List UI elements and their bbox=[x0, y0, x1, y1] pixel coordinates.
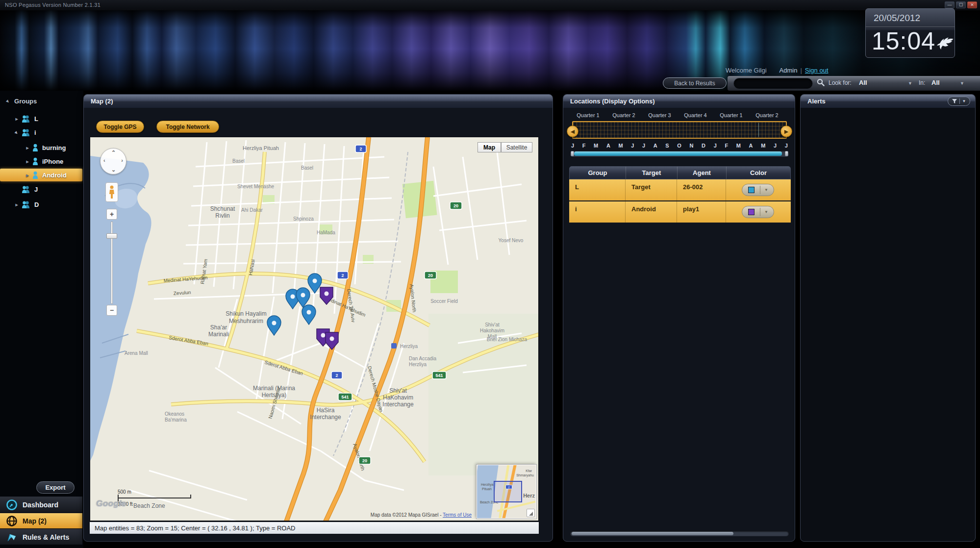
toggle-gps-button[interactable]: Toggle GPS bbox=[96, 121, 144, 133]
sidebar-item-burning[interactable]: ▸ burning bbox=[0, 141, 82, 154]
tree-expanded-icon[interactable]: ▸ bbox=[13, 128, 21, 136]
sidebar-item-android[interactable]: ▸ Android bbox=[0, 169, 82, 181]
tree-collapsed-icon[interactable]: ▸ bbox=[25, 145, 30, 150]
column-header-group[interactable]: Group bbox=[570, 167, 626, 179]
close-button[interactable]: ✕ bbox=[967, 1, 977, 8]
nav-map[interactable]: Map (2) bbox=[0, 513, 82, 528]
sidebar-item-J[interactable]: J bbox=[0, 183, 82, 196]
map-label-herzliya-station: Herzliya bbox=[400, 344, 418, 349]
map-label-shevet-menashe: Shevet Menashe bbox=[237, 184, 274, 189]
map-label-bnei-zion: Bnei Zion Michaza bbox=[487, 337, 528, 342]
scrollbar-thumb[interactable] bbox=[572, 532, 733, 535]
map-type-satellite-button[interactable]: Satellite bbox=[501, 142, 532, 152]
zoom-slider-handle[interactable] bbox=[106, 233, 117, 239]
nav-dashboard[interactable]: Dashboard bbox=[0, 497, 82, 512]
admin-link[interactable]: Admin bbox=[779, 67, 798, 74]
color-swatch[interactable] bbox=[748, 187, 754, 193]
scale-meters: 500 m bbox=[118, 489, 191, 495]
in-caret-icon[interactable]: ▼ bbox=[960, 81, 964, 86]
groups-root[interactable]: ▸ Groups bbox=[7, 98, 37, 105]
sidebar-item-iphone[interactable]: ▸ iPhone bbox=[0, 155, 82, 168]
quarter-label: Quarter 4 bbox=[678, 112, 713, 118]
table-row[interactable]: i Android play1 ▼ bbox=[569, 201, 791, 224]
minimap-viewport-rect[interactable] bbox=[494, 481, 522, 502]
back-to-results-button[interactable]: Back to Results bbox=[663, 77, 727, 89]
column-header-agent[interactable]: Agent bbox=[678, 167, 727, 179]
color-picker-control[interactable]: ▼ bbox=[742, 184, 774, 196]
column-header-target[interactable]: Target bbox=[626, 167, 678, 179]
cell-group: L bbox=[569, 179, 626, 200]
map-label-hasira-2: Interchange bbox=[310, 414, 341, 421]
column-header-color[interactable]: Color bbox=[727, 167, 790, 179]
export-button[interactable]: Export bbox=[36, 481, 75, 494]
table-row[interactable]: L Target 26-002 ▼ bbox=[569, 179, 791, 201]
map-viewport[interactable]: Herzliya Pituah Basel Basel Shevet Menas… bbox=[90, 137, 539, 521]
quarter-label: Quarter 3 bbox=[642, 112, 678, 118]
nav-rules-alerts[interactable]: Rules & Alerts bbox=[0, 529, 82, 545]
timeline-range-slider[interactable]: ◀ ▶ bbox=[572, 121, 787, 139]
tree-collapsed-icon[interactable]: ▸ bbox=[25, 159, 30, 164]
look-for-value[interactable]: All bbox=[859, 79, 867, 86]
toggle-network-button[interactable]: Toggle Network bbox=[156, 121, 219, 133]
locations-horizontal-scrollbar[interactable] bbox=[570, 531, 789, 536]
map-label-marina-1: Marinali (Marina bbox=[253, 385, 295, 392]
locations-panel: Locations (Display Options) Quarter 1 Qu… bbox=[563, 94, 795, 542]
minimap-label-herzliya: Herzliya bbox=[481, 483, 493, 486]
timeline-scrollbar-thumb[interactable] bbox=[574, 151, 782, 156]
timeline-left-handle[interactable]: ◀ bbox=[567, 125, 578, 137]
sidebar-item-label: D bbox=[34, 201, 39, 208]
minimap-collapse-button[interactable] bbox=[527, 509, 535, 517]
sign-out-link[interactable]: Sign out bbox=[805, 67, 829, 74]
search-input[interactable] bbox=[733, 78, 813, 89]
look-for-caret-icon[interactable]: ▼ bbox=[908, 81, 912, 86]
tree-collapsed-icon[interactable]: ▸ bbox=[25, 173, 30, 178]
timeline-right-handle[interactable]: ▶ bbox=[780, 125, 792, 137]
color-dropdown-icon[interactable]: ▼ bbox=[764, 188, 768, 192]
map-label-ahi-dakar: Ahi Dakar bbox=[241, 207, 263, 213]
svg-text:541: 541 bbox=[435, 373, 443, 378]
map-label-shivat-int-3: Interchange bbox=[382, 401, 414, 408]
zoom-out-button[interactable]: − bbox=[106, 305, 117, 316]
google-logo: Google bbox=[96, 499, 126, 509]
sidebar-item-D[interactable]: ▸ D bbox=[0, 198, 82, 211]
in-value[interactable]: All bbox=[931, 79, 940, 86]
minimap-inset[interactable]: Kfar Shmaryahu Herzliya Pituah Beach Zon… bbox=[477, 465, 536, 519]
timeline-quarter-labels: Quarter 1 Quarter 2 Quarter 3 Quarter 4 … bbox=[570, 112, 789, 118]
color-picker-control[interactable]: ▼ bbox=[742, 206, 774, 218]
group-icon bbox=[21, 185, 31, 193]
quarter-label: Quarter 2 bbox=[749, 112, 785, 118]
maximize-button[interactable]: ☐ bbox=[956, 1, 966, 8]
map-type-map-button[interactable]: Map bbox=[477, 142, 501, 152]
filter-funnel-icon bbox=[952, 99, 957, 104]
tree-collapsed-icon[interactable]: ▸ bbox=[14, 202, 20, 207]
sidebar-item-i[interactable]: ▸ i bbox=[0, 126, 82, 139]
pegman-icon[interactable] bbox=[105, 182, 118, 202]
map-label-shivat-mall-1: Shiv'at bbox=[485, 322, 500, 327]
color-swatch[interactable] bbox=[748, 209, 754, 215]
svg-text:2: 2 bbox=[359, 147, 362, 151]
alerts-filter-button[interactable]: ▼ bbox=[948, 97, 970, 106]
svg-text:2: 2 bbox=[341, 273, 344, 278]
date-display: 20/05/2012 bbox=[866, 9, 955, 27]
timeline-position-marker bbox=[758, 123, 759, 137]
map-label-hasira-1: HaSira bbox=[317, 407, 335, 414]
map-pan-control[interactable]: ⌃⌄ ‹› bbox=[100, 148, 126, 174]
groups-root-label: Groups bbox=[14, 98, 37, 105]
timeline-scrollbar[interactable] bbox=[570, 150, 789, 157]
filter-caret-icon: ▼ bbox=[962, 99, 966, 103]
terms-of-use-link[interactable]: Terms of Use bbox=[443, 512, 472, 518]
locations-panel-title: Locations (Display Options) bbox=[570, 98, 655, 105]
tree-expanded-icon: ▸ bbox=[5, 99, 11, 104]
in-label: In: bbox=[919, 79, 925, 86]
map-label-rivlin: Rivlin bbox=[215, 212, 229, 219]
sidebar-item-label: burning bbox=[42, 144, 66, 151]
map-label-soccer-field: Soccer Field bbox=[430, 299, 458, 304]
globe-icon bbox=[6, 515, 18, 527]
map-label-shpinoza: Shpinoza bbox=[293, 216, 314, 222]
minimize-button[interactable]: — bbox=[945, 1, 955, 8]
sidebar-item-L[interactable]: ▸ L bbox=[0, 112, 82, 125]
color-dropdown-icon[interactable]: ▼ bbox=[764, 210, 768, 214]
tree-collapsed-icon[interactable]: ▸ bbox=[14, 116, 20, 122]
sidebar-item-label: J bbox=[34, 186, 38, 193]
zoom-in-button[interactable]: + bbox=[106, 209, 117, 220]
